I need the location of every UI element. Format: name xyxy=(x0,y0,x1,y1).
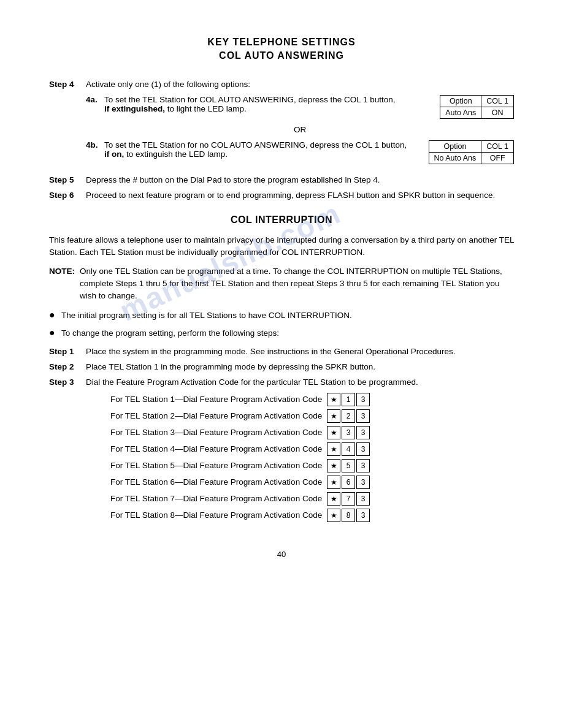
bullet1-text: The initial program setting is for all T… xyxy=(61,309,514,322)
station-num-4: 4 xyxy=(342,442,355,456)
station-boxes-1: ★13 xyxy=(326,393,370,406)
step5-row: Step 5 Depress the # button on the Dial … xyxy=(49,175,514,184)
table1-row1-col2: ON xyxy=(481,107,514,119)
note-text: Only one TEL Station can be programmed a… xyxy=(80,265,514,303)
station-row-5: For TEL Station 5—Dial Feature Program A… xyxy=(110,459,514,472)
station-label-4: For TEL Station 4—Dial Feature Program A… xyxy=(110,444,322,453)
step4a-content: To set the TEL Station for COL AUTO ANSW… xyxy=(104,95,427,113)
station-row-8: For TEL Station 8—Dial Feature Program A… xyxy=(110,509,514,522)
int-step3-row: Step 3 Dial the Feature Program Activati… xyxy=(49,377,514,525)
station-row-6: For TEL Station 6—Dial Feature Program A… xyxy=(110,476,514,489)
station-code-6: 3 xyxy=(356,476,370,489)
station-star-6: ★ xyxy=(327,476,340,489)
station-star-2: ★ xyxy=(327,409,340,423)
station-label-8: For TEL Station 8—Dial Feature Program A… xyxy=(110,510,322,520)
table2-col1-header: Option xyxy=(429,141,481,153)
station-num-8: 8 xyxy=(342,509,355,522)
step4b-content: To set the TEL Station for no COL AUTO A… xyxy=(104,140,416,159)
step4b-left: 4b. To set the TEL Station for no COL AU… xyxy=(86,140,416,164)
station-num-2: 2 xyxy=(342,409,355,423)
int-step2-row: Step 2 Place TEL Station 1 in the progra… xyxy=(49,362,514,371)
option-table-1: Option COL 1 Auto Ans ON xyxy=(440,95,514,119)
station-star-3: ★ xyxy=(327,426,340,439)
station-num-6: 6 xyxy=(342,476,355,489)
page-title: KEY TELEPHONE SETTINGS xyxy=(49,37,514,48)
station-star-1: ★ xyxy=(327,393,340,406)
station-row-3: For TEL Station 3—Dial Feature Program A… xyxy=(110,426,514,439)
station-code-5: 3 xyxy=(356,459,370,472)
or-text: OR xyxy=(86,125,514,134)
table1-row1-col1: Auto Ans xyxy=(440,107,481,119)
step4b-label: 4b. xyxy=(86,140,104,150)
bullet2-text: To change the program setting, perform t… xyxy=(61,327,514,339)
station-star-7: ★ xyxy=(327,492,340,506)
station-boxes-4: ★43 xyxy=(326,442,370,456)
station-star-5: ★ xyxy=(327,459,340,472)
table1-container: Option COL 1 Auto Ans ON xyxy=(440,95,514,119)
step4b-bold: if on, xyxy=(104,150,124,159)
int-step2-label: Step 2 xyxy=(49,362,86,371)
station-row-4: For TEL Station 4—Dial Feature Program A… xyxy=(110,442,514,456)
station-row-1: For TEL Station 1—Dial Feature Program A… xyxy=(110,393,514,406)
station-boxes-7: ★73 xyxy=(326,492,370,506)
bullet1-row: ● The initial program setting is for all… xyxy=(49,309,514,322)
station-code-4: 3 xyxy=(356,442,370,456)
page-subtitle: COL AUTO ANSWERING xyxy=(49,50,514,61)
table1-col2-header: COL 1 xyxy=(481,96,514,107)
station-code-8: 3 xyxy=(356,509,370,522)
step4a-container: 4a. To set the TEL Station for COL AUTO … xyxy=(86,95,514,119)
station-label-6: For TEL Station 6—Dial Feature Program A… xyxy=(110,477,322,487)
station-label-3: For TEL Station 3—Dial Feature Program A… xyxy=(110,428,322,437)
bullet2-row: ● To change the program setting, perform… xyxy=(49,327,514,339)
step4a-bold: if extinguished, xyxy=(104,104,165,113)
step4a-left: 4a. To set the TEL Station for COL AUTO … xyxy=(86,95,427,118)
station-boxes-2: ★23 xyxy=(326,409,370,423)
note-label: NOTE: xyxy=(49,265,80,303)
bullet2-symbol: ● xyxy=(49,327,61,338)
step4-content: Activate only one (1) of the following o… xyxy=(86,80,514,169)
stations-container: For TEL Station 1—Dial Feature Program A… xyxy=(86,393,514,522)
station-code-2: 3 xyxy=(356,409,370,423)
station-label-2: For TEL Station 2—Dial Feature Program A… xyxy=(110,411,322,420)
section-title: COL INTERRUPTION xyxy=(49,214,514,226)
step4-text: Activate only one (1) of the following o… xyxy=(86,80,514,89)
step4a-text2: to light the LED lamp. xyxy=(165,104,247,113)
step4-row: Step 4 Activate only one (1) of the foll… xyxy=(49,80,514,169)
feature-desc: This feature allows a telephone user to … xyxy=(49,234,514,259)
step6-text: Proceed to next feature program or to en… xyxy=(86,191,514,200)
station-star-8: ★ xyxy=(327,509,340,522)
station-row-2: For TEL Station 2—Dial Feature Program A… xyxy=(110,409,514,423)
table2-container: Option COL 1 No Auto Ans OFF xyxy=(429,140,514,164)
station-num-7: 7 xyxy=(342,492,355,506)
note-block: NOTE: Only one TEL Station can be progra… xyxy=(49,265,514,303)
int-step1-label: Step 1 xyxy=(49,347,86,356)
station-num-1: 1 xyxy=(342,393,355,406)
station-code-1: 3 xyxy=(356,393,370,406)
int-step3-text: Dial the Feature Program Activation Code… xyxy=(86,377,514,387)
station-boxes-8: ★83 xyxy=(326,509,370,522)
step4b-text2: to extinguish the LED lamp. xyxy=(124,150,228,159)
station-code-3: 3 xyxy=(356,426,370,439)
station-boxes-5: ★53 xyxy=(326,459,370,472)
int-step3-label: Step 3 xyxy=(49,377,86,387)
step4b-container: 4b. To set the TEL Station for no COL AU… xyxy=(86,140,514,164)
table1-col1-header: Option xyxy=(440,96,481,107)
int-step2-text: Place TEL Station 1 in the programming m… xyxy=(86,362,514,371)
step6-row: Step 6 Proceed to next feature program o… xyxy=(49,191,514,200)
page-number: 40 xyxy=(49,550,514,559)
station-code-7: 3 xyxy=(356,492,370,506)
station-boxes-6: ★63 xyxy=(326,476,370,489)
bullet1-symbol: ● xyxy=(49,309,61,320)
step4a-label: 4a. xyxy=(86,95,104,104)
station-num-3: 3 xyxy=(342,426,355,439)
step6-label: Step 6 xyxy=(49,191,86,200)
table2-row1-col1: No Auto Ans xyxy=(429,153,481,164)
step4-label: Step 4 xyxy=(49,80,86,89)
station-star-4: ★ xyxy=(327,442,340,456)
step4a-text: To set the TEL Station for COL AUTO ANSW… xyxy=(104,95,395,104)
option-table-2: Option COL 1 No Auto Ans OFF xyxy=(429,140,514,164)
step5-label: Step 5 xyxy=(49,175,86,184)
station-label-1: For TEL Station 1—Dial Feature Program A… xyxy=(110,395,322,404)
table2-row1-col2: OFF xyxy=(481,153,514,164)
station-label-5: For TEL Station 5—Dial Feature Program A… xyxy=(110,461,322,470)
